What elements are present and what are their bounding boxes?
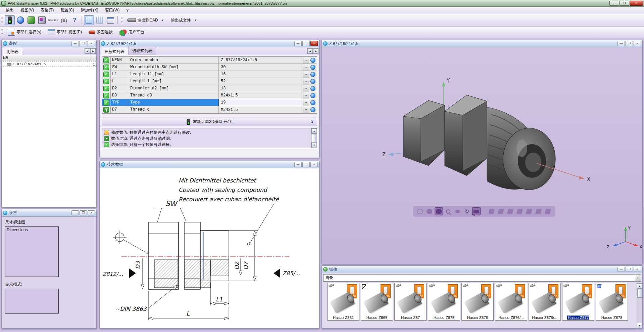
catalog-item-z87[interactable]: HASCO Hasco-Z87 <box>394 283 427 321</box>
param-value-input[interactable]: 19▼ <box>219 99 309 106</box>
row-status-icon[interactable] <box>103 93 109 98</box>
viewport-3d[interactable]: Y Z <box>322 47 642 264</box>
catalog-button[interactable] <box>26 15 36 25</box>
value-dropdown-button[interactable]: ▼ <box>303 57 309 64</box>
param-value[interactable]: 52 <box>219 78 303 85</box>
panel-minimize-button[interactable]: — <box>617 41 625 46</box>
scroll-down-button[interactable]: ▼ <box>637 323 642 328</box>
catalog-item-z877[interactable]: HASCO Hasco-Z877 <box>562 283 594 321</box>
value-dropdown-button[interactable]: ▼ <box>303 99 309 106</box>
param-value[interactable]: 30 <box>219 64 303 71</box>
view-cube-iso-icon[interactable] <box>544 207 552 215</box>
toolbar-grip[interactable] <box>121 15 122 25</box>
info-ball-icon[interactable] <box>310 72 315 77</box>
info-ball-icon[interactable] <box>310 79 315 84</box>
menu-table[interactable]: 表格(T) <box>38 7 57 14</box>
menu-window[interactable]: 窗口(W) <box>102 7 122 14</box>
param-value-cell[interactable]: M24x1.5▼ <box>219 106 309 113</box>
flat-shade-view-icon[interactable] <box>425 207 434 215</box>
catalog-item-label[interactable]: Hasco-Z877 <box>567 316 590 320</box>
user-platform-button[interactable]: 用户平台 <box>116 27 147 37</box>
row-status-icon[interactable] <box>103 79 109 84</box>
zoom-object-icon[interactable] <box>453 207 462 215</box>
row-status-icon[interactable] <box>103 100 109 106</box>
value-dropdown-button[interactable]: ▼ <box>303 85 309 92</box>
panel-restore-button[interactable]: ❐ <box>626 41 633 46</box>
catalog-item-z875[interactable]: HASCO Hasco-Z875 <box>428 283 460 321</box>
scroll-down-button[interactable]: ▼ <box>311 142 317 148</box>
tab-scroll-right-button[interactable]: ▶ <box>90 48 96 54</box>
panel-close-button[interactable]: × <box>310 41 318 46</box>
info-ball-icon[interactable] <box>310 86 315 91</box>
value-dropdown-button[interactable]: ▼ <box>303 64 309 71</box>
assembly-row[interactable]: Z 877/19/24x1,5 1 <box>2 61 96 67</box>
formula-button[interactable]: (≡) <box>59 15 69 25</box>
panel-close-button[interactable]: × <box>634 41 641 46</box>
parameter-panel-titlebar[interactable]: Z 877/19/24x1,5 — ❐ × <box>100 40 319 47</box>
param-value[interactable]: M24x1.5 <box>219 107 303 113</box>
param-value-cell[interactable]: M24x1,5▼ <box>219 92 309 99</box>
catalog-item-z876a[interactable]: HASCO Hasco-Z876/... <box>495 283 527 321</box>
panel-close-button[interactable]: × <box>88 210 95 215</box>
panel-close-button[interactable]: × <box>634 267 641 272</box>
zoom-fit-icon[interactable] <box>444 207 452 215</box>
param-value-cell[interactable]: 13▼ <box>219 85 309 92</box>
menu-addons[interactable]: 附加件(X) <box>78 7 101 14</box>
menu-config[interactable]: 配置(C) <box>57 7 77 14</box>
view-cube-right-icon[interactable] <box>515 207 524 215</box>
panel-close-button[interactable]: × <box>88 41 95 46</box>
param-row-l[interactable]: L Length l [mm] 52▼ <box>102 78 317 85</box>
info-ball-icon[interactable] <box>310 93 315 98</box>
panel-minimize-button[interactable]: — <box>71 210 79 215</box>
info-ball-icon[interactable] <box>310 100 315 105</box>
catalog-item-label[interactable]: Hasco-Z861 <box>333 316 354 320</box>
dimension-list-item[interactable]: Dimensions <box>7 227 57 232</box>
assembly-panel-titlebar[interactable]: 装配 — ❐ × <box>2 40 96 47</box>
param-value[interactable]: 16 <box>219 71 303 78</box>
panel-minimize-button[interactable]: — <box>294 41 302 46</box>
catalog-item-z876[interactable]: HASCO Hasco-Z876 <box>461 283 494 321</box>
tab-selection-list[interactable]: 选取式列表 <box>129 47 156 55</box>
list-view-button[interactable] <box>95 15 105 25</box>
value-dropdown-button[interactable]: ▼ <box>303 92 309 99</box>
part-view-button[interactable]: 零部件视图(P) <box>45 27 85 37</box>
catalog-item-label[interactable]: Hasco-Z876 <box>467 316 488 320</box>
tab-open-list[interactable]: 开放式列表 <box>101 48 128 55</box>
toolbar-grip[interactable] <box>1 28 3 36</box>
view-3d-titlebar[interactable]: Z 877/19/24x1,5 — ❐ × <box>322 40 642 47</box>
catalog-combobox[interactable]: 目录 ▼ <box>323 274 641 282</box>
param-value[interactable]: 19 <box>219 99 303 106</box>
window-titlebar[interactable]: PARTdataManager 9.02 - PARTsolutions by … <box>0 0 644 7</box>
combo-dropdown-button[interactable]: ▼ <box>635 275 641 281</box>
tab-scroll-left-button[interactable]: ◀ <box>307 48 313 54</box>
panel-minimize-button[interactable]: — <box>294 162 302 167</box>
catalog-item-z878[interactable]: HASCO Hasco-Z878 <box>596 283 628 321</box>
row-filter-icon[interactable] <box>103 107 109 113</box>
display-mode-listbox[interactable] <box>5 289 59 314</box>
row-status-icon[interactable] <box>103 86 109 91</box>
tab-bom[interactable]: 明细表 <box>3 48 22 55</box>
info-ball-icon[interactable] <box>310 58 315 63</box>
settings-panel-titlebar[interactable]: 设置 — ❐ × <box>2 209 96 217</box>
column-header-nb[interactable]: NB <box>2 55 91 61</box>
view-cube-front-icon[interactable] <box>487 207 496 215</box>
shaded-view-icon[interactable] <box>435 207 443 215</box>
param-row-typ[interactable]: TYP Type 19▼ <box>102 99 317 106</box>
legend-scrollbar[interactable]: ▲ ▼ <box>311 128 317 148</box>
scroll-thumb[interactable] <box>312 134 316 143</box>
column-header-qty[interactable] <box>91 55 96 61</box>
window-close-button[interactable]: × <box>630 1 643 6</box>
view-cube-back-icon[interactable] <box>497 207 505 215</box>
scroll-up-button[interactable]: ▲ <box>311 128 317 134</box>
catalog-item-label[interactable]: Hasco-Z876/... <box>532 316 557 320</box>
assembly-list-header[interactable]: NB <box>2 55 96 61</box>
help-button[interactable]: ? <box>69 15 80 25</box>
tab-scroll-right-button[interactable]: ▶ <box>313 48 318 54</box>
panel-restore-button[interactable]: ❐ <box>80 210 87 215</box>
param-value-cell[interactable]: 30▼ <box>219 64 309 71</box>
param-value[interactable]: 13 <box>219 85 303 92</box>
rotate-view-icon[interactable]: ↻ <box>463 207 471 215</box>
export-to-cad-button[interactable]: 输出到CAD ▼ <box>124 15 167 25</box>
catalog-item-z865[interactable]: HASCO Hasco-Z865 <box>361 283 393 321</box>
param-row-l1[interactable]: L1 Length l1 [mm] 16▼ <box>102 71 317 78</box>
